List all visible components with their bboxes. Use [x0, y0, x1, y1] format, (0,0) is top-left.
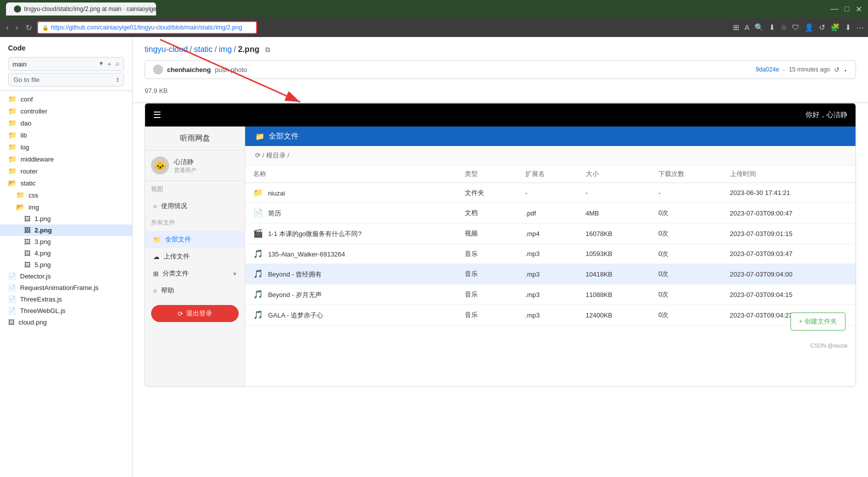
- cloud-sidebar-all-files[interactable]: 📁 全部文件: [145, 231, 245, 248]
- sidebar-item-img[interactable]: 📂 img: [0, 201, 132, 213]
- translate-icon[interactable]: A: [744, 23, 749, 32]
- sidebar-item-3png[interactable]: 🖼 3.png: [0, 236, 132, 248]
- classify-expand-icon: ▾: [233, 270, 237, 278]
- commit-message: push photo: [215, 66, 247, 74]
- cell-type: 文件夹: [457, 183, 517, 203]
- sidebar-item-2png[interactable]: 🖼 2.png: [0, 224, 132, 236]
- url-bar[interactable]: 🔒 https://github.com/cainiaoyige01/tingy…: [37, 21, 257, 34]
- cloud-sidebar-section-view: 视图: [145, 181, 245, 198]
- cloud-sidebar-upload[interactable]: ☁ 上传文件: [145, 248, 245, 265]
- credit-text: CSDN @niuzai: [810, 342, 847, 348]
- table-row[interactable]: 🎵 Beyond - 岁月无声 音乐 .mp3 11088KB 0次 2023-…: [245, 284, 855, 305]
- search-branch-icon[interactable]: ⌕: [116, 60, 120, 68]
- all-files-icon: 📁: [153, 236, 161, 244]
- cloud-user-subtitle: 普通用户: [174, 166, 196, 174]
- sidebar-item-conf[interactable]: 📁 conf: [0, 93, 132, 105]
- add-branch-icon[interactable]: ＋: [106, 60, 113, 68]
- cell-name: 🎵 Beyond - 岁月无声: [245, 284, 457, 305]
- cell-downloads: 0次: [650, 264, 722, 284]
- sidebar-item-5png[interactable]: 🖼 5.png: [0, 259, 132, 270]
- reload-button[interactable]: ↻: [24, 23, 34, 32]
- table-row[interactable]: 🎵 135-Alan_Walker-6913264 音乐 .mp3 10593K…: [245, 244, 855, 264]
- file-icon: 📄: [8, 284, 16, 292]
- sidebar-item-1png[interactable]: 🖼 1.png: [0, 213, 132, 224]
- sidebar-item-cloudpng[interactable]: 🖼 cloud.png: [0, 316, 132, 328]
- col-type: 类型: [457, 166, 517, 183]
- cloud-files-table: 名称 类型 扩展名 大小 下载次数 上传时间 📁 niuzai 文件夹: [245, 166, 855, 326]
- sidebar-item-threeextrasjs[interactable]: 📄 ThreeExtras.js: [0, 294, 132, 305]
- sidebar-item-dao[interactable]: 📁 dao: [0, 117, 132, 129]
- forward-button[interactable]: ›: [14, 23, 20, 32]
- cloud-footer-credit: CSDN @niuzai: [245, 340, 855, 350]
- sidebar-item-log[interactable]: 📁 log: [0, 141, 132, 153]
- branch-name: main: [13, 60, 100, 68]
- cell-type: 文档: [457, 203, 517, 224]
- back-button[interactable]: ‹: [4, 23, 11, 32]
- sync-icon[interactable]: ↺: [819, 23, 825, 32]
- table-row[interactable]: 🎵 Beyond - 曾经拥有 音乐 .mp3 10418KB 0次 2023-…: [245, 264, 855, 284]
- cloud-sidebar-classify[interactable]: ⊞ 分类文件 ▾: [145, 265, 245, 282]
- file-size: 97.9 KB: [145, 85, 856, 98]
- create-folder-button[interactable]: + 创建文件夹: [790, 312, 845, 330]
- cell-date: 2023-07-03T09:03:47: [722, 244, 855, 264]
- folder-icon: 📁: [8, 143, 17, 151]
- table-row[interactable]: 🎵 GALA - 追梦赤子心 音乐 .mp3 12400KB 0次 2023-0…: [245, 305, 855, 326]
- settings-icon[interactable]: ⋯: [856, 23, 864, 32]
- table-row[interactable]: 🎬 1-1 本课的go微服务有什么不同? 视频 .mp4 16078KB 0次 …: [245, 224, 855, 244]
- maximize-icon[interactable]: □: [844, 4, 849, 14]
- branch-selector[interactable]: main ▾ ＋ ⌕: [8, 57, 124, 71]
- logout-button[interactable]: ⟳ 退出登录: [151, 305, 239, 322]
- bookmark-icon[interactable]: ☆: [780, 23, 787, 32]
- cloud-sidebar-usage[interactable]: ○ 使用情况: [145, 198, 245, 214]
- cell-name: 📁 niuzai: [245, 183, 457, 203]
- sidebar-item-controller[interactable]: 📁 controller: [0, 105, 132, 117]
- sidebar-item-label: css: [29, 192, 39, 199]
- breadcrumb-img[interactable]: img: [219, 45, 232, 54]
- table-row[interactable]: 📁 niuzai 文件夹 - - - 2023-06-30 17:41:21: [245, 183, 855, 203]
- cloud-sidebar-help[interactable]: ○ 帮助: [145, 282, 245, 299]
- sidebar-item-threewebgljs[interactable]: 📄 ThreeWebGL.js: [0, 305, 132, 316]
- sidebar-item-middleware[interactable]: 📁 middleware: [0, 153, 132, 165]
- commit-info: chenhaicheng push photo 9da024e · 15 min…: [145, 60, 856, 79]
- sidebar-item-static[interactable]: 📂 static: [0, 177, 132, 189]
- cloud-menu-icon[interactable]: ☰: [153, 110, 161, 120]
- col-name: 名称: [245, 166, 457, 183]
- extensions-icon[interactable]: 🧩: [830, 23, 840, 32]
- help-label: 帮助: [161, 286, 174, 295]
- file-name-text: niuzai: [268, 190, 285, 197]
- file-name-text: Beyond - 岁月无声: [268, 291, 322, 298]
- breadcrumb-static[interactable]: static: [194, 45, 213, 54]
- download-icon[interactable]: ⬇: [845, 23, 851, 32]
- file-icon: 🖼: [24, 261, 31, 268]
- copy-path-icon[interactable]: ⧉: [265, 46, 270, 54]
- profile-icon[interactable]: 👤: [804, 23, 814, 32]
- minimize-icon[interactable]: —: [830, 4, 838, 14]
- goto-file[interactable]: Go to file t: [8, 73, 124, 86]
- zoom-icon[interactable]: 🔍: [754, 23, 764, 32]
- tab-favicon: [14, 6, 21, 12]
- sidebar-item-lib[interactable]: 📁 lib: [0, 129, 132, 141]
- shield-icon[interactable]: 🛡: [792, 23, 799, 32]
- sidebar-item-label: img: [29, 204, 39, 211]
- sidebar-item-4png[interactable]: 🖼 4.png: [0, 248, 132, 259]
- download-status-icon[interactable]: ⬇: [769, 23, 775, 32]
- history-icon[interactable]: ↺: [834, 66, 839, 74]
- sidebar-item-css[interactable]: 📁 css: [0, 189, 132, 201]
- breadcrumb-repo[interactable]: tingyu-cloud: [145, 45, 188, 54]
- commit-hash[interactable]: 9da024e: [756, 66, 779, 73]
- breadcrumb: tingyu-cloud / static / img / 2.png ⧉: [145, 45, 856, 54]
- file-type-icon: 🎵: [253, 310, 263, 319]
- file-name-text: 135-Alan_Walker-6913264: [268, 250, 345, 258]
- sidebar-item-requestanimationframejs[interactable]: 📄 RequestAnimationFrame.js: [0, 282, 132, 294]
- history-count-icon[interactable]: ⬩: [843, 66, 847, 74]
- grid-icon[interactable]: ⊞: [733, 23, 739, 32]
- close-icon[interactable]: ✕: [855, 4, 862, 14]
- cloud-view-label: 视图: [151, 186, 163, 192]
- tab-title: tingyu-cloud/static/img/2.png at main · …: [24, 6, 156, 12]
- cell-name: 🎵 GALA - 追梦赤子心: [245, 305, 457, 326]
- sidebar-item-detectorjs[interactable]: 📄 Detector.js: [0, 270, 132, 282]
- table-row[interactable]: 📄 简历 文档 .pdf 4MB 0次 2023-07-03T09:00:47: [245, 203, 855, 224]
- sidebar-item-router[interactable]: 📁 router: [0, 165, 132, 177]
- cell-type: 音乐: [457, 264, 517, 284]
- browser-tab[interactable]: tingyu-cloud/static/img/2.png at main · …: [6, 2, 156, 16]
